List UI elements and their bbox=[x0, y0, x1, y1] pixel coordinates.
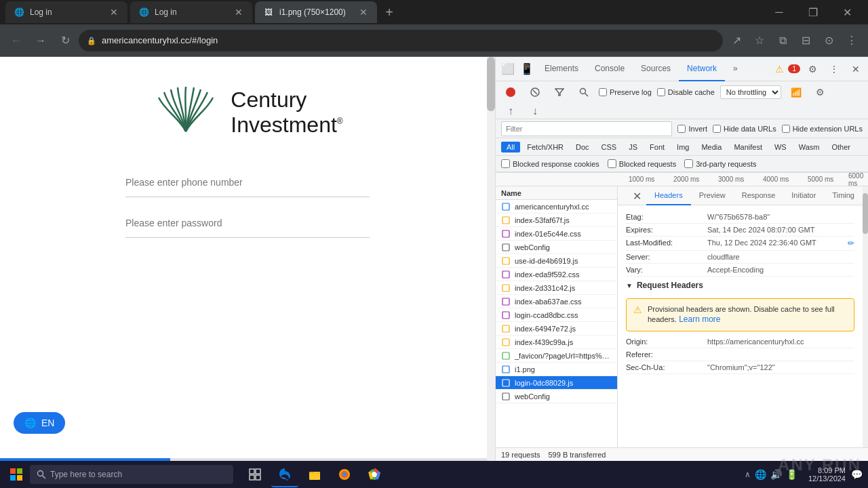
password-input[interactable] bbox=[125, 208, 370, 238]
type-filter-media[interactable]: Media bbox=[696, 142, 727, 152]
invert-checkbox[interactable]: Invert bbox=[677, 125, 707, 133]
type-filter-font[interactable]: Font bbox=[644, 142, 670, 152]
type-filter-img[interactable]: Img bbox=[671, 142, 694, 152]
restore-button[interactable]: ❐ bbox=[797, 1, 829, 23]
tab-3[interactable]: 🖼 i1.png (750×1200) ✕ bbox=[255, 1, 377, 23]
list-item-12[interactable]: i1.png bbox=[496, 363, 617, 376]
translate-button[interactable]: 🌐 EN bbox=[14, 412, 65, 434]
task-view-button[interactable] bbox=[241, 462, 269, 487]
type-filter-css[interactable]: CSS bbox=[596, 142, 623, 152]
third-party-requests-input[interactable] bbox=[684, 159, 693, 168]
detail-scrollbar[interactable] bbox=[863, 186, 868, 447]
forward-button[interactable] bbox=[30, 30, 52, 52]
tab-elements[interactable]: Elements bbox=[536, 57, 587, 81]
list-item-5[interactable]: index-eda9f592.css bbox=[496, 268, 617, 281]
detail-tab-headers[interactable]: Headers bbox=[646, 186, 691, 205]
file-explorer-button[interactable] bbox=[301, 462, 328, 487]
extensions-button[interactable]: ⧉ bbox=[772, 30, 793, 52]
list-item-3[interactable]: webConfig bbox=[496, 241, 617, 254]
back-button[interactable] bbox=[5, 30, 27, 52]
chrome-button[interactable] bbox=[361, 462, 388, 487]
firefox-button[interactable] bbox=[331, 462, 358, 487]
network-settings-button[interactable]: ⚙ bbox=[811, 83, 830, 102]
preserve-log-checkbox[interactable]: Preserve log bbox=[599, 88, 652, 96]
disable-cache-checkbox[interactable]: Disable cache bbox=[657, 88, 715, 96]
tray-chevron[interactable]: ∧ bbox=[745, 470, 751, 479]
edit-last-modified-button[interactable]: ✏ bbox=[848, 239, 854, 248]
devtools-settings-button[interactable]: ⚙ bbox=[803, 60, 822, 79]
list-item-6[interactable]: index-2d331c42.js bbox=[496, 281, 617, 295]
type-filter-js[interactable]: JS bbox=[623, 142, 643, 152]
tab3-close-btn[interactable]: ✕ bbox=[358, 7, 369, 18]
type-filter-wasm[interactable]: Wasm bbox=[793, 142, 825, 152]
start-button[interactable] bbox=[5, 464, 27, 485]
list-item-4[interactable]: use-id-de4b6919.js bbox=[496, 254, 617, 268]
list-item-10[interactable]: index-f439c99a.js bbox=[496, 336, 617, 349]
tab1-close-btn[interactable]: ✕ bbox=[108, 7, 119, 18]
profile-button[interactable]: ⊙ bbox=[818, 30, 840, 52]
detail-tab-timing[interactable]: Timing bbox=[824, 186, 863, 205]
close-button[interactable]: ✕ bbox=[831, 1, 863, 23]
clear-network-button[interactable] bbox=[526, 83, 545, 102]
list-item-13[interactable]: login-0dc88029.js bbox=[496, 376, 617, 390]
throttle-select[interactable]: No throttling bbox=[720, 85, 781, 99]
tab2-close-btn[interactable]: ✕ bbox=[233, 7, 244, 18]
type-filter-doc[interactable]: Doc bbox=[570, 142, 595, 152]
phone-input[interactable] bbox=[125, 167, 370, 197]
list-item-1[interactable]: index-53faf67f.js bbox=[496, 214, 617, 227]
address-input[interactable]: americancenturyhxl.cc/#/login bbox=[79, 30, 723, 52]
browser-menu-button[interactable]: ⋮ bbox=[841, 30, 863, 52]
filter-input[interactable] bbox=[501, 121, 672, 136]
hide-extension-urls-checkbox[interactable]: Hide extension URLs bbox=[782, 125, 863, 133]
blocked-cookies-checkbox[interactable]: Blocked response cookies bbox=[501, 159, 599, 168]
network-tray-icon[interactable]: 🌐 bbox=[755, 469, 766, 480]
device-toggle-button[interactable]: 📱 bbox=[517, 60, 536, 79]
wifi-button[interactable]: 📶 bbox=[787, 83, 806, 102]
tab-sources[interactable]: Sources bbox=[633, 57, 679, 81]
webpage-scrollbar-thumb[interactable] bbox=[487, 57, 495, 111]
detail-tab-response[interactable]: Response bbox=[734, 186, 784, 205]
list-item-9[interactable]: index-64947e72.js bbox=[496, 322, 617, 336]
type-filter-fetch-xhr[interactable]: Fetch/XHR bbox=[521, 142, 569, 152]
share-button[interactable]: ↗ bbox=[726, 30, 747, 52]
minimize-button[interactable]: ─ bbox=[764, 1, 795, 23]
type-filter-manifest[interactable]: Manifest bbox=[728, 142, 768, 152]
detail-scrollbar-thumb[interactable] bbox=[863, 193, 868, 234]
filter-network-button[interactable] bbox=[550, 83, 569, 102]
blocked-requests-input[interactable] bbox=[608, 159, 616, 168]
sidebar-toggle-button[interactable]: ⊟ bbox=[795, 30, 816, 52]
disable-cache-input[interactable] bbox=[657, 88, 665, 96]
tab-network[interactable]: Network bbox=[679, 57, 725, 81]
network-request-list[interactable]: americancenturyhxl.cc index-53faf67f.js bbox=[496, 200, 618, 447]
preserve-log-input[interactable] bbox=[599, 88, 607, 96]
detail-tab-initiator[interactable]: Initiator bbox=[783, 186, 824, 205]
list-item-2[interactable]: index-01e5c44e.css bbox=[496, 227, 617, 241]
hide-data-urls-input[interactable] bbox=[713, 125, 721, 133]
devtools-close-button[interactable]: ✕ bbox=[846, 60, 865, 79]
hide-data-urls-checkbox[interactable]: Hide data URLs bbox=[713, 125, 776, 133]
blocked-cookies-input[interactable] bbox=[501, 159, 510, 168]
tab-2[interactable]: 🌐 Log in ✕ bbox=[130, 1, 252, 23]
inspect-element-button[interactable]: ⬜ bbox=[498, 60, 517, 79]
export-har-button[interactable]: ↓ bbox=[526, 102, 545, 121]
tab-console[interactable]: Console bbox=[587, 57, 633, 81]
hide-extension-urls-input[interactable] bbox=[782, 125, 790, 133]
request-headers-section[interactable]: ▼ Request Headers bbox=[626, 277, 854, 294]
list-item-0[interactable]: americancenturyhxl.cc bbox=[496, 200, 617, 214]
webpage-scrollbar[interactable] bbox=[487, 57, 495, 461]
edge-browser-button[interactable] bbox=[271, 462, 298, 487]
new-tab-button[interactable]: + bbox=[380, 3, 399, 22]
tab-more[interactable]: » bbox=[725, 57, 746, 81]
learn-more-link[interactable]: Learn more bbox=[679, 314, 720, 324]
type-filter-all[interactable]: All bbox=[501, 142, 520, 152]
bookmark-button[interactable] bbox=[749, 30, 770, 52]
record-network-button[interactable] bbox=[501, 83, 520, 102]
import-har-button[interactable]: ↑ bbox=[501, 102, 520, 121]
type-filter-ws[interactable]: WS bbox=[769, 142, 792, 152]
type-filter-other[interactable]: Other bbox=[826, 142, 856, 152]
devtools-more-button[interactable]: ⋮ bbox=[825, 60, 844, 79]
third-party-requests-checkbox[interactable]: 3rd-party requests bbox=[684, 159, 756, 168]
detail-tab-preview[interactable]: Preview bbox=[691, 186, 734, 205]
blocked-requests-checkbox[interactable]: Blocked requests bbox=[608, 159, 676, 168]
invert-input[interactable] bbox=[677, 125, 686, 133]
